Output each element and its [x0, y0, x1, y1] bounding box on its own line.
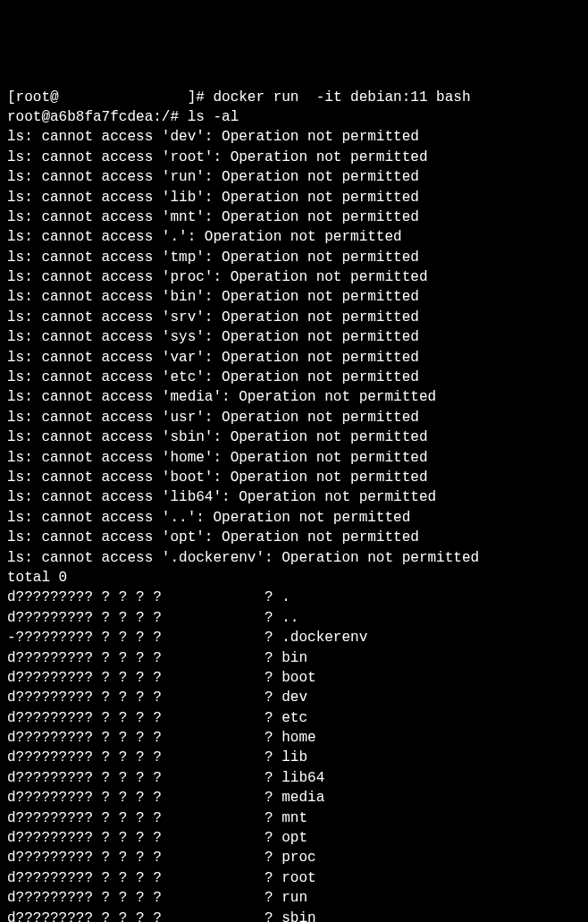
error-line: ls: cannot access 'opt': Operation not p…	[7, 528, 581, 547]
error-line: ls: cannot access 'lib64': Operation not…	[7, 487, 581, 507]
container-prompt-line: root@a6b8fa7fcdea:/# ls -al	[7, 107, 581, 127]
error-line: ls: cannot access '.': Operation not per…	[7, 227, 581, 247]
listing-line: d????????? ? ? ? ? ? boot	[7, 668, 581, 688]
listing-line: d????????? ? ? ? ? ? ..	[7, 608, 581, 628]
listing-line: d????????? ? ? ? ? ? lib	[7, 748, 581, 767]
listing-line: d????????? ? ? ? ? ? lib64	[7, 768, 581, 788]
error-line: ls: cannot access 'lib': Operation not p…	[7, 188, 581, 207]
error-line: ls: cannot access 'run': Operation not p…	[7, 167, 581, 187]
error-line: ls: cannot access 'usr': Operation not p…	[7, 408, 581, 427]
listing-line: d????????? ? ? ? ? ? mnt	[7, 808, 581, 828]
error-line: ls: cannot access 'sbin': Operation not …	[7, 427, 581, 447]
listing-line: d????????? ? ? ? ? ? run	[7, 888, 581, 908]
listing-line: d????????? ? ? ? ? ? media	[7, 788, 581, 808]
host-prompt-prefix: [root@	[7, 89, 59, 106]
error-line: ls: cannot access 'srv': Operation not p…	[7, 308, 581, 327]
listing-line: d????????? ? ? ? ? ? root	[7, 868, 581, 888]
error-line: ls: cannot access 'bin': Operation not p…	[7, 287, 581, 307]
listing-line: d????????? ? ? ? ? ? proc	[7, 848, 581, 867]
listing-line: d????????? ? ? ? ? ? .	[7, 588, 581, 607]
listing-line: -????????? ? ? ? ? ? .dockerenv	[7, 628, 581, 647]
error-line: ls: cannot access 'tmp': Operation not p…	[7, 248, 581, 267]
error-line: ls: cannot access 'var': Operation not p…	[7, 348, 581, 368]
error-line: ls: cannot access 'sys': Operation not p…	[7, 327, 581, 347]
total-line: total 0	[7, 568, 581, 588]
error-line: ls: cannot access '.dockerenv': Operatio…	[7, 548, 581, 568]
error-line: ls: cannot access 'media': Operation not…	[7, 387, 581, 407]
error-line: ls: cannot access 'etc': Operation not p…	[7, 368, 581, 387]
error-line: ls: cannot access 'home': Operation not …	[7, 448, 581, 468]
terminal-window[interactable]: [root@ ]# docker run -it debian:11 bashr…	[7, 88, 581, 922]
listing-line: d????????? ? ? ? ? ? sbin	[7, 909, 581, 922]
listing-line: d????????? ? ? ? ? ? home	[7, 728, 581, 748]
error-line: ls: cannot access 'proc': Operation not …	[7, 267, 581, 287]
listing-line: d????????? ? ? ? ? ? etc	[7, 708, 581, 728]
listing-line: d????????? ? ? ? ? ? dev	[7, 688, 581, 707]
host-command: docker run -it debian:11 bash	[213, 89, 470, 106]
listing-line: d????????? ? ? ? ? ? bin	[7, 648, 581, 668]
error-line: ls: cannot access 'dev': Operation not p…	[7, 127, 581, 147]
host-prompt-line: [root@ ]# docker run -it debian:11 bash	[7, 88, 581, 107]
error-line: ls: cannot access 'boot': Operation not …	[7, 468, 581, 487]
error-line: ls: cannot access '..': Operation not pe…	[7, 508, 581, 528]
container-prompt: root@a6b8fa7fcdea:/#	[7, 109, 188, 125]
redacted-hostname	[59, 89, 188, 106]
listing-line: d????????? ? ? ? ? ? opt	[7, 828, 581, 848]
container-command: ls -al	[188, 109, 239, 125]
host-prompt-suffix: ]#	[188, 89, 214, 106]
error-line: ls: cannot access 'mnt': Operation not p…	[7, 207, 581, 227]
error-line: ls: cannot access 'root': Operation not …	[7, 148, 581, 167]
